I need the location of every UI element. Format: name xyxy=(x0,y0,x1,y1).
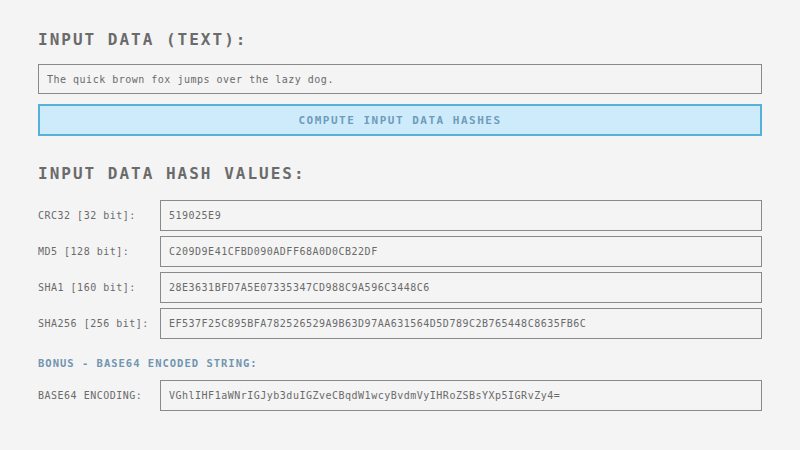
crc32-label: CRC32 [32 bit]: xyxy=(38,210,160,221)
sha256-value-field[interactable] xyxy=(160,308,762,339)
sha1-label: SHA1 [160 bit]: xyxy=(38,282,160,293)
input-data-title: INPUT DATA (TEXT): xyxy=(38,30,762,49)
sha256-label: SHA256 [256 bit]: xyxy=(38,318,160,329)
hash-values-title: INPUT DATA HASH VALUES: xyxy=(38,164,762,183)
sha1-value-field[interactable] xyxy=(160,272,762,303)
base64-row: BASE64 ENCODING: xyxy=(38,380,762,411)
crc32-value-field[interactable] xyxy=(160,200,762,231)
hash-rows: CRC32 [32 bit]: MD5 [128 bit]: SHA1 [160… xyxy=(38,200,762,339)
md5-value-field[interactable] xyxy=(160,236,762,267)
hash-tool-page: INPUT DATA (TEXT): COMPUTE INPUT DATA HA… xyxy=(0,30,800,450)
hash-row-sha256: SHA256 [256 bit]: xyxy=(38,308,762,339)
base64-label: BASE64 ENCODING: xyxy=(38,390,160,401)
input-data-field[interactable] xyxy=(38,64,762,94)
hash-row-sha1: SHA1 [160 bit]: xyxy=(38,272,762,303)
md5-label: MD5 [128 bit]: xyxy=(38,246,160,257)
hash-row-crc32: CRC32 [32 bit]: xyxy=(38,200,762,231)
compute-hashes-button[interactable]: COMPUTE INPUT DATA HASHES xyxy=(38,104,762,136)
bonus-base64-title: BONUS - BASE64 ENCODED STRING: xyxy=(38,357,762,369)
hash-row-md5: MD5 [128 bit]: xyxy=(38,236,762,267)
base64-value-field[interactable] xyxy=(160,380,762,411)
